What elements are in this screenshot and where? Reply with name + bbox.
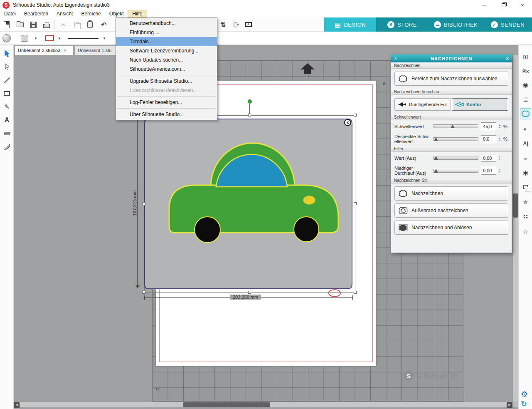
- trace-panel-icon[interactable]: [520, 108, 531, 119]
- spin-down-icon[interactable]: ▼: [499, 171, 501, 173]
- spin-up-icon[interactable]: ▲: [499, 169, 501, 171]
- close-button[interactable]: ×: [513, 0, 532, 10]
- menu-objekt[interactable]: Objekt: [105, 10, 128, 17]
- threshold-spinner[interactable]: ▲▼: [499, 124, 501, 129]
- maximize-button[interactable]: [494, 0, 513, 10]
- knife-tool[interactable]: [1, 141, 12, 152]
- character-spacing-icon[interactable]: A|: [520, 138, 531, 149]
- preview-outline-button[interactable]: Kontur: [452, 98, 508, 111]
- line-style-sample[interactable]: [68, 38, 99, 39]
- menu-item-tutorials[interactable]: Tutorials...: [116, 37, 217, 46]
- style-trace-button[interactable]: Nachzeichnen: [394, 186, 508, 201]
- despeckle-slider-thumb[interactable]: [434, 137, 438, 141]
- selected-image[interactable]: [144, 119, 352, 289]
- fill-palette-icon[interactable]: ◉: [520, 79, 531, 90]
- menu-item-upgrade[interactable]: Upgrade Silhouette Studio...: [116, 77, 217, 86]
- style-outer-button[interactable]: Außenrand nachzeichnen: [394, 203, 508, 218]
- paste-button[interactable]: [85, 20, 95, 30]
- menu-hilfe[interactable]: Hilfe: [128, 10, 147, 17]
- vertical-scroll-thumb[interactable]: [513, 193, 518, 218]
- menu-item-einfuehrung[interactable]: Einführung ...: [116, 28, 217, 37]
- spin-down-icon[interactable]: ▼: [499, 158, 501, 160]
- point-edit-tool[interactable]: [1, 61, 12, 72]
- zoom-selection-button[interactable]: [244, 20, 254, 30]
- copy-button[interactable]: [71, 20, 81, 30]
- menu-item-lizenzvereinbarung[interactable]: Software Lizenzvereinbarung...: [116, 46, 217, 55]
- threshold-slider-thumb[interactable]: [451, 124, 455, 128]
- transform-icon[interactable]: ≡: [520, 152, 531, 164]
- spin-down-icon[interactable]: ▼: [499, 139, 501, 141]
- menu-item-logfehler[interactable]: Log-Fehler beseitigen...: [116, 98, 217, 107]
- text-tool[interactable]: A: [1, 114, 12, 126]
- doc-tab-close-icon[interactable]: ×: [64, 48, 66, 53]
- menu-item-updates[interactable]: Nach Updates suchen...: [116, 55, 217, 64]
- filter-value[interactable]: 0,00: [481, 154, 496, 162]
- tab-senden[interactable]: ✓ SENDEN: [483, 17, 532, 32]
- handle-mid-right[interactable]: [354, 202, 357, 205]
- handle-mid-left[interactable]: [143, 202, 145, 205]
- spin-down-icon[interactable]: ▼: [499, 126, 501, 129]
- horizontal-scrollbar[interactable]: ◀ ▶: [14, 402, 513, 407]
- handle-bottom-center[interactable]: [248, 291, 251, 294]
- minimize-button[interactable]: [475, 0, 494, 10]
- style-detach-button[interactable]: Nachzeichnen und Ablösen: [394, 221, 508, 235]
- despeckle-value[interactable]: 0,0: [481, 135, 496, 143]
- despeckle-spinner[interactable]: ▲▼: [499, 137, 501, 141]
- tab-design[interactable]: ▦ DESIGN: [324, 17, 376, 32]
- settings-gear-icon[interactable]: ⚙: [521, 389, 528, 399]
- lowpass-spinner[interactable]: ▲▼: [499, 169, 501, 173]
- despeckle-slider[interactable]: [433, 137, 478, 141]
- trace-panel-header[interactable]: ∧ NACHZEICHNEN ×: [391, 55, 512, 62]
- replicate-icon[interactable]: [520, 181, 531, 193]
- handle-bottom-left[interactable]: [143, 291, 145, 294]
- lowpass-value[interactable]: 0,00: [481, 167, 496, 175]
- handle-top-center[interactable]: [248, 114, 251, 117]
- fill-pattern-dropdown[interactable]: ▼: [34, 37, 37, 40]
- rectangle-tool[interactable]: [1, 88, 12, 99]
- fill-pattern-chip[interactable]: [21, 35, 27, 42]
- select-trace-area-button[interactable]: Bereich zum Nachzeichnen auswählen: [394, 72, 508, 86]
- doc-tab-inactive[interactable]: Unbenannt-1.stu: [74, 45, 121, 55]
- threshold-value[interactable]: 45,0: [481, 122, 496, 130]
- image-close-button[interactable]: x: [344, 119, 351, 126]
- rotation-handle[interactable]: [248, 99, 252, 104]
- star-tool-icon[interactable]: ★: [520, 196, 531, 208]
- undo-button[interactable]: ↶: [99, 20, 109, 30]
- scroll-right-button[interactable]: ▶: [507, 402, 512, 408]
- panel-close-icon[interactable]: ×: [506, 56, 509, 62]
- menu-bearbeiten[interactable]: Bearbeiten: [20, 10, 52, 17]
- new-document-button[interactable]: [2, 20, 12, 30]
- scroll-left-button[interactable]: ◀: [14, 402, 20, 408]
- menu-datei[interactable]: Datei: [0, 10, 20, 17]
- hand-tool-button[interactable]: [231, 20, 241, 30]
- filter-value-slider[interactable]: [433, 156, 478, 160]
- offset-icon[interactable]: ≣: [520, 94, 531, 105]
- menu-item-ueber[interactable]: Über Silhouette Studio...: [116, 110, 217, 119]
- handle-top-right[interactable]: [354, 114, 357, 117]
- cut-button[interactable]: ✂: [58, 20, 68, 30]
- menu-bereiche[interactable]: Bereiche: [77, 10, 105, 17]
- select-tool[interactable]: [1, 48, 12, 59]
- line-style-dropdown[interactable]: ▼: [103, 37, 106, 40]
- filter-value-spinner[interactable]: ▲▼: [499, 156, 501, 160]
- modify-icon[interactable]: ◐: [520, 123, 531, 134]
- fill-sphere-icon[interactable]: [2, 34, 11, 42]
- menu-ansicht[interactable]: Ansicht: [52, 10, 77, 17]
- horizontal-scroll-thumb[interactable]: [183, 402, 270, 407]
- spin-up-icon[interactable]: ▲: [499, 137, 501, 139]
- line-tool[interactable]: [1, 74, 12, 86]
- page-setup-icon[interactable]: ⊞: [520, 51, 531, 62]
- pixscan-icon[interactable]: Pix: [520, 66, 531, 77]
- handle-bottom-right[interactable]: [354, 291, 357, 294]
- menu-item-benutzerhandbuch[interactable]: Benutzerhandbuch...: [116, 19, 217, 28]
- lowpass-thumb[interactable]: [434, 169, 438, 173]
- tab-store[interactable]: S STORE: [376, 17, 428, 32]
- doc-tab-active[interactable]: Unbenannt-2.studio3 ×: [15, 45, 74, 55]
- lowpass-slider[interactable]: [433, 169, 478, 173]
- tab-bibliothek[interactable]: ☁ BIBLIOTHEK: [428, 17, 483, 32]
- panel-collapse-icon[interactable]: ∧: [394, 56, 397, 61]
- sync-icon[interactable]: ↻: [521, 399, 527, 409]
- threshold-slider[interactable]: [433, 124, 478, 128]
- smooth-icon[interactable]: ∗: [520, 167, 531, 178]
- vertical-scrollbar[interactable]: [512, 55, 518, 402]
